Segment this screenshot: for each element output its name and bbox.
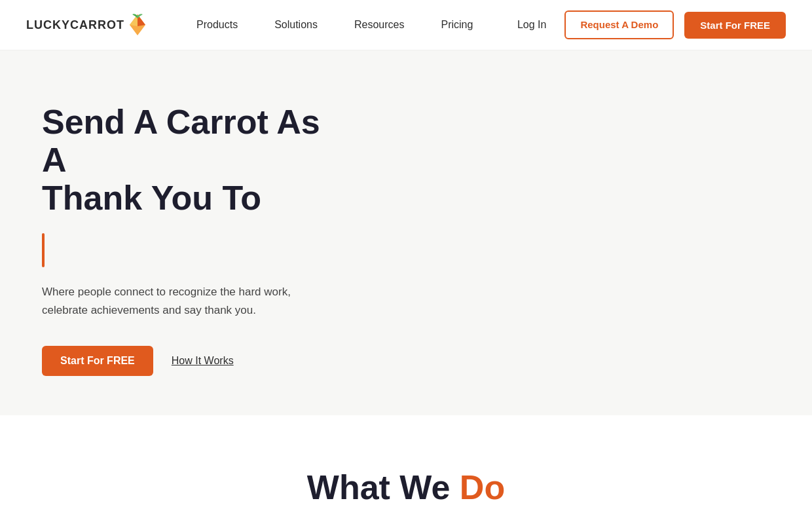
logo-carrot-text: CARROT	[70, 18, 124, 31]
hero-divider	[42, 233, 45, 267]
login-link[interactable]: Log In	[509, 19, 554, 31]
nav-resources[interactable]: Resources	[336, 0, 422, 50]
hero-actions: Start For FREE How It Works	[42, 346, 325, 376]
what-title-regular: What We	[307, 468, 460, 506]
hero-description: Where people connect to recognize the ha…	[42, 283, 325, 320]
nav-pricing[interactable]: Pricing	[422, 0, 491, 50]
how-it-works-link[interactable]: How It Works	[172, 355, 234, 367]
hero-section: Send A Carrot As A Thank You To Where pe…	[0, 50, 812, 415]
logo-lucky-text: LUCKY	[26, 18, 70, 31]
nav-solutions[interactable]: Solutions	[256, 0, 336, 50]
start-free-hero-button[interactable]: Start For FREE	[42, 346, 153, 376]
what-we-do-title: What We Do	[26, 468, 786, 507]
nav-actions: Log In Request A Demo Start For FREE	[509, 10, 786, 39]
logo[interactable]: LUCKYCARROT	[26, 13, 147, 37]
hero-title: Send A Carrot As A Thank You To	[42, 103, 325, 217]
nav-links: Products Solutions Resources Pricing	[178, 0, 509, 50]
nav-products[interactable]: Products	[178, 0, 256, 50]
carrot-icon	[128, 13, 147, 37]
what-title-accent: Do	[460, 468, 505, 506]
request-demo-button[interactable]: Request A Demo	[564, 10, 674, 39]
start-free-nav-button[interactable]: Start For FREE	[684, 12, 786, 39]
what-we-do-section: What We Do	[0, 415, 812, 524]
navbar: LUCKYCARROT Products Solutions Resources…	[0, 0, 812, 50]
